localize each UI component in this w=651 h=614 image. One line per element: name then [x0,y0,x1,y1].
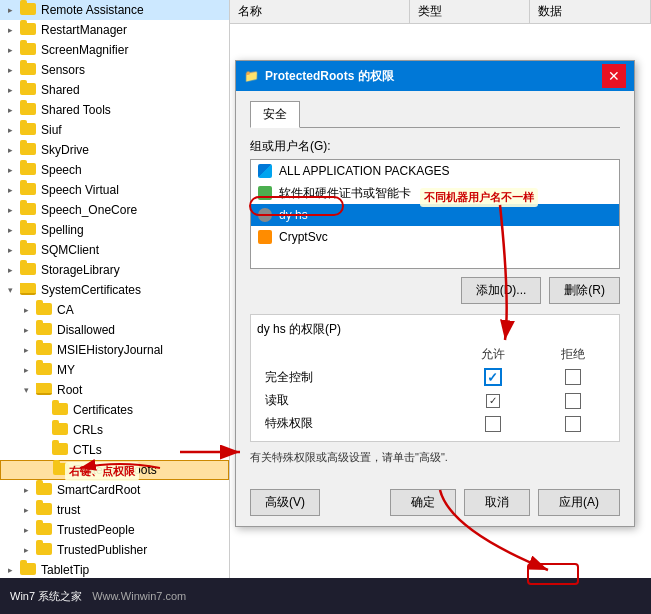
perm-title: dy hs 的权限(P) [257,321,613,338]
user-icon [257,163,273,179]
user-icon [257,229,273,245]
tree-item[interactable]: ▸Siuf [0,120,229,140]
folder-icon [36,543,54,558]
perm-deny[interactable] [533,412,613,435]
expand-icon: ▸ [8,45,20,55]
folder-icon [53,463,71,478]
tree-item[interactable]: ▸RestartManager [0,20,229,40]
tree-item[interactable]: CRLs [0,420,229,440]
tree-item-label: ProtectedRoots [74,463,157,477]
folder-icon [20,103,38,118]
user-icon [257,185,273,201]
tree-item[interactable]: ▸TabletTip [0,560,229,580]
tree-item[interactable]: ▸Spelling [0,220,229,240]
tree-item[interactable]: ProtectedRoots [0,460,229,480]
allow-header: 允许 [453,344,533,365]
folder-icon [20,23,38,38]
advanced-button[interactable]: 高级(V) [250,489,320,516]
tree-item[interactable]: ▸MY [0,360,229,380]
tree-item[interactable]: ▾Root [0,380,229,400]
tree-item-label: ScreenMagnifier [41,43,128,57]
cancel-button[interactable]: 取消 [464,489,530,516]
expand-icon: ▸ [24,325,36,335]
user-list-item[interactable]: ALL APPLICATION PACKAGES [251,160,619,182]
folder-icon [36,303,54,318]
expand-icon: ▸ [8,225,20,235]
expand-icon: ▸ [8,145,20,155]
tree-item[interactable]: ▾SystemCertificates [0,280,229,300]
ok-button[interactable]: 确定 [390,489,456,516]
tree-item-label: Speech [41,163,82,177]
tree-item[interactable]: ▸Sensors [0,60,229,80]
tab-bar: 安全 [250,101,620,128]
folder-icon [52,443,70,458]
tree-item-label: Speech_OneCore [41,203,137,217]
tree-item-label: SmartCardRoot [57,483,140,497]
tree-item-label: SkyDrive [41,143,89,157]
permissions-section: dy hs 的权限(P) 允许 拒绝 完全控制✓读取✓特殊权限 [250,314,620,442]
col-type: 类型 [410,0,530,23]
tree-item[interactable]: Certificates [0,400,229,420]
tree-item[interactable]: CTLs [0,440,229,460]
expand-icon: ▸ [24,305,36,315]
tree-item[interactable]: ▸SQMClient [0,240,229,260]
user-list-item[interactable]: dy hs [251,204,619,226]
tree-item[interactable]: ▸MSIEHistoryJournal [0,340,229,360]
folder-icon [20,263,38,278]
close-button[interactable]: ✕ [602,64,626,88]
perm-allow[interactable]: ✓ [453,389,533,412]
expand-icon: ▸ [8,185,20,195]
add-button[interactable]: 添加(D)... [461,277,542,304]
expand-icon: ▸ [24,505,36,515]
tree-item-label: StorageLibrary [41,263,120,277]
folder-icon [20,563,38,578]
tab-security[interactable]: 安全 [250,101,300,128]
expand-icon: ▸ [24,525,36,535]
folder-icon [20,123,38,138]
footer-buttons: 确定 取消 应用(A) [390,489,620,516]
deny-header: 拒绝 [533,344,613,365]
tree-item[interactable]: ▸Disallowed [0,320,229,340]
remove-button[interactable]: 删除(R) [549,277,620,304]
tree-item[interactable]: ▸trust [0,500,229,520]
tree-item[interactable]: ▸TrustedPublisher [0,540,229,560]
tree-item[interactable]: ▸ScreenMagnifier [0,40,229,60]
expand-icon: ▸ [8,245,20,255]
tree-item-label: Remote Assistance [41,3,144,17]
folder-icon [52,423,70,438]
tree-item[interactable]: ▸Remote Assistance [0,0,229,20]
perm-deny[interactable] [533,365,613,389]
tree-item[interactable]: ▸Shared [0,80,229,100]
tree-item[interactable]: ▸CA [0,300,229,320]
modal-body: 安全 组或用户名(G): ALL APPLICATION PACKAGES软件和… [236,91,634,483]
apply-button[interactable]: 应用(A) [538,489,620,516]
user-list-item[interactable]: 软件和硬件证书或智能卡 [251,182,619,204]
expand-icon: ▸ [8,105,20,115]
modal-titlebar: 📁 ProtectedRoots 的权限 ✕ [236,61,634,91]
tree-item[interactable]: ▸Speech Virtual [0,180,229,200]
folder-icon [36,503,54,518]
registry-tree: ▸Remote Assistance▸RestartManager▸Screen… [0,0,230,614]
perm-deny[interactable] [533,389,613,412]
expand-icon: ▸ [24,345,36,355]
tree-item-label: Siuf [41,123,62,137]
expand-icon: ▾ [24,385,36,395]
perm-allow[interactable]: ✓ [453,365,533,389]
tree-item[interactable]: ▸Speech_OneCore [0,200,229,220]
tree-item[interactable]: ▸SmartCardRoot [0,480,229,500]
tree-item[interactable]: ▸SkyDrive [0,140,229,160]
tree-item-label: CTLs [73,443,102,457]
modal-footer: 高级(V) 确定 取消 应用(A) [236,483,634,526]
perm-allow[interactable] [453,412,533,435]
tree-item[interactable]: ▸Speech [0,160,229,180]
tree-item-label: Root [57,383,82,397]
tree-item[interactable]: ▸StorageLibrary [0,260,229,280]
tree-item-label: CRLs [73,423,103,437]
user-list-item[interactable]: CryptSvc [251,226,619,248]
user-list[interactable]: ALL APPLICATION PACKAGES软件和硬件证书或智能卡dy hs… [250,159,620,269]
tree-item[interactable]: ▸TrustedPeople [0,520,229,540]
folder-icon [20,223,38,238]
user-label: ALL APPLICATION PACKAGES [279,164,450,178]
tree-item[interactable]: ▸Shared Tools [0,100,229,120]
permissions-dialog: 📁 ProtectedRoots 的权限 ✕ 安全 组或用户名(G): ALL … [235,60,635,527]
